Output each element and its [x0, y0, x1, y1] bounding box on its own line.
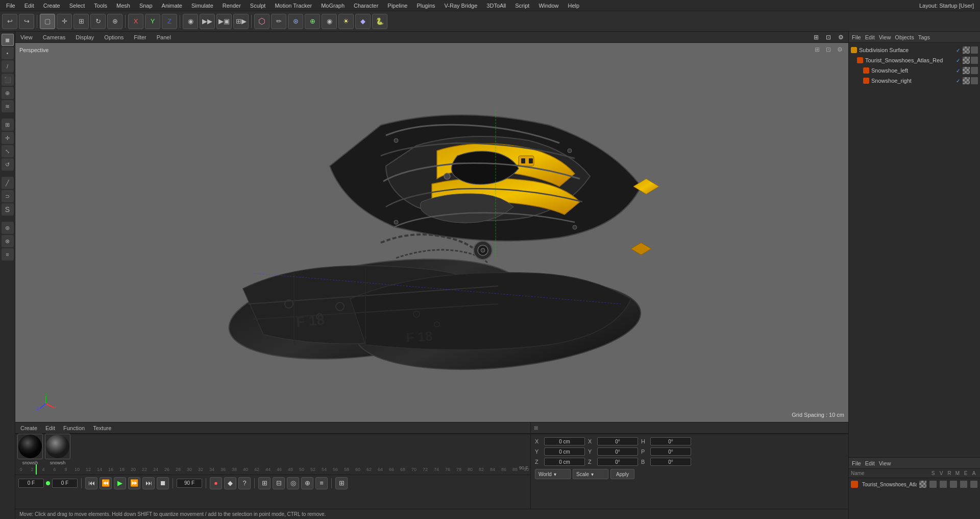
goto-end-btn[interactable]: ⏭ [142, 477, 155, 489]
menu-snap[interactable]: Snap [135, 2, 157, 10]
b-field[interactable]: 0° [650, 458, 691, 466]
vp-options-menu[interactable]: Options [102, 34, 126, 41]
obj-row-left[interactable]: Snowshoe_left ✓ [849, 65, 980, 76]
menu-edit[interactable]: Edit [20, 2, 38, 10]
menu-render[interactable]: Render [218, 2, 245, 10]
record-btn[interactable]: ● [210, 477, 222, 489]
obj-check-right[interactable]: ✓ [954, 77, 962, 84]
obj-objects-menu[interactable]: Objects [895, 34, 914, 40]
menu-simulate[interactable]: Simulate [187, 2, 217, 10]
mat-tag-2[interactable] [929, 481, 937, 488]
obj-edit-menu[interactable]: Edit [865, 34, 875, 40]
help-btn[interactable]: ? [238, 477, 251, 489]
material-thumb-2-container[interactable]: snowsh [45, 434, 70, 465]
vp-panel-menu[interactable]: Panel [155, 34, 173, 41]
menu-sculpt[interactable]: Sculpt [246, 2, 270, 10]
light-btn[interactable]: ☀ [338, 14, 354, 29]
deformer-btn[interactable]: ⊛ [288, 14, 303, 29]
x-rot-field[interactable]: 0° [597, 437, 638, 445]
obj-tag-2[interactable] [971, 46, 978, 54]
h-field[interactable]: 0° [650, 437, 691, 445]
obj-tag-left-1[interactable] [963, 67, 970, 74]
scale-tool[interactable]: ⤡ [2, 145, 14, 157]
material-thumb-1[interactable] [17, 434, 43, 459]
obj-tag-left-2[interactable] [971, 67, 978, 74]
menu-mesh[interactable]: Mesh [112, 2, 134, 10]
x-pos-field[interactable]: 0 cm [544, 437, 585, 445]
menu-mograph[interactable]: MoGraph [317, 2, 349, 10]
obj-tag-tourist-1[interactable] [963, 57, 970, 64]
mat-file-menu[interactable]: File [852, 460, 861, 466]
menu-motion-tracker[interactable]: Motion Tracker [271, 2, 316, 10]
scale-tool-btn[interactable]: ⊞ [74, 14, 89, 29]
keyframe-btn[interactable]: ◆ [224, 477, 236, 489]
camera-btn[interactable]: ◉ [322, 14, 337, 29]
mode-texture[interactable]: ≋ [2, 100, 14, 112]
obj-row-tourist[interactable]: Tourist_Snowshoes_Atlas_Red ✓ [849, 55, 980, 65]
tl-edit-btn[interactable]: Edit [43, 424, 57, 432]
play-btn[interactable]: ▶ [114, 477, 126, 489]
render-view-btn[interactable]: ◉ [183, 14, 198, 29]
mat-tag-4[interactable] [950, 481, 957, 488]
menu-file[interactable]: File [2, 2, 19, 10]
rotate-tool[interactable]: ↺ [2, 158, 14, 171]
move-tool[interactable]: ✛ [2, 132, 14, 144]
material-thumb-1-container[interactable]: snowsh [17, 434, 43, 465]
vp-display-menu[interactable]: Display [74, 34, 96, 41]
mat-edit-menu[interactable]: Edit [865, 460, 875, 466]
mode-poly[interactable]: ⬛ [2, 74, 14, 86]
obj-file-menu[interactable]: File [852, 34, 861, 40]
menu-3dtoall[interactable]: 3DToAll [482, 2, 510, 10]
stop-btn[interactable]: ⏹ [157, 477, 169, 489]
python-btn[interactable]: 🐍 [372, 14, 387, 29]
scale-dropdown[interactable]: Scale ▾ [573, 469, 608, 479]
undo-btn[interactable]: ↩ [2, 14, 17, 29]
obj-view-menu[interactable]: View [879, 34, 891, 40]
current-frame-field[interactable]: 0 F [18, 479, 44, 488]
render-settings-btn[interactable]: ▶▶ [200, 14, 215, 29]
rotate-tool-btn[interactable]: ↻ [90, 14, 106, 29]
mode-edge[interactable]: / [2, 60, 14, 73]
select-tool-btn[interactable]: ▢ [40, 14, 55, 29]
fps-field[interactable]: 90 F [177, 479, 202, 488]
line-tool[interactable]: ╱ [2, 177, 14, 189]
timeline-ruler-track[interactable]: 0 2 4 6 8 10 12 14 16 18 20 22 24 26 [15, 464, 530, 475]
x-axis-btn[interactable]: X [128, 14, 143, 29]
picture-viewer-btn[interactable]: ⊞▶ [233, 14, 249, 29]
bridge-tool[interactable]: ≡ [2, 248, 14, 261]
pen-tool-btn[interactable]: ✏ [271, 14, 286, 29]
move-tool-btn[interactable]: ✛ [57, 14, 72, 29]
tl-create-btn[interactable]: Create [18, 424, 39, 432]
goto-start-btn[interactable]: ⏮ [85, 477, 97, 489]
vp-filter-menu[interactable]: Filter [132, 34, 148, 41]
menu-window[interactable]: Window [534, 2, 562, 10]
mograph-btn[interactable]: ⊕ [305, 14, 320, 29]
transform-tool-btn[interactable]: ⊕ [107, 14, 122, 29]
menu-vray[interactable]: V-Ray Bridge [440, 2, 482, 10]
z-rot-field[interactable]: 0° [597, 458, 638, 466]
obj-tag-right-2[interactable] [971, 77, 978, 84]
mat-view-menu[interactable]: View [879, 460, 891, 466]
apply-button[interactable]: Apply [610, 469, 634, 479]
vp-icon-1[interactable]: ⊞ [813, 45, 822, 54]
menu-pipeline[interactable]: Pipeline [383, 2, 411, 10]
vp-layout-icon[interactable]: ⊞ [812, 33, 821, 42]
menu-help[interactable]: Help [564, 2, 584, 10]
mat-tag-6[interactable] [970, 481, 977, 488]
obj-check-left[interactable]: ✓ [954, 67, 962, 74]
layout-btn[interactable]: ⊞ [335, 477, 348, 489]
material-row-tourist[interactable]: Tourist_Snowshoes_Atlas_Red [849, 478, 980, 490]
menu-character[interactable]: Character [350, 2, 382, 10]
obj-tag-right-1[interactable] [963, 77, 970, 84]
mode-object[interactable]: ⊕ [2, 87, 14, 99]
obj-tag-tourist-2[interactable] [971, 57, 978, 64]
mat-tag-1[interactable] [919, 481, 926, 488]
prev-frame-btn[interactable]: ⏪ [100, 477, 112, 489]
vp-maximize-icon[interactable]: ⊡ [824, 33, 833, 42]
vp-icon-3[interactable]: ⚙ [835, 45, 844, 54]
knife-tool[interactable]: ⊗ [2, 235, 14, 247]
z-axis-btn[interactable]: Z [162, 14, 177, 29]
obj-row-subdivision[interactable]: Subdivision Surface ✓ [849, 45, 980, 55]
y-pos-field[interactable]: 0 cm [544, 447, 585, 456]
p-field[interactable]: 0° [650, 447, 691, 456]
